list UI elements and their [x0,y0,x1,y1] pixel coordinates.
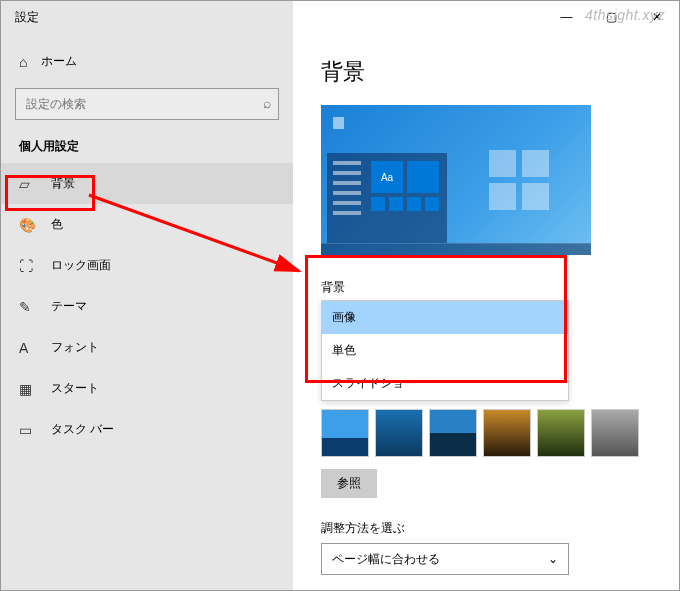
browse-button[interactable]: 参照 [321,469,377,498]
home-icon: ⌂ [19,54,27,70]
page-title: 背景 [321,57,651,87]
themes-icon: ✎ [19,299,35,315]
chevron-down-icon: ⌄ [548,552,558,566]
sidebar-item-lockscreen[interactable]: ⛶ ロック画面 [1,245,293,286]
sidebar-item-label: フォント [51,339,99,356]
thumbnail[interactable] [429,409,477,457]
sidebar-item-themes[interactable]: ✎ テーマ [1,286,293,327]
section-label: 個人用設定 [1,134,293,163]
sidebar-item-colors[interactable]: 🎨 色 [1,204,293,245]
preview-tile-aa: Aa [371,161,403,193]
sidebar-item-label: スタート [51,380,99,397]
sidebar-item-background[interactable]: ▱ 背景 [1,163,293,204]
sidebar-item-label: 背景 [51,175,75,192]
fit-dropdown-value: ページ幅に合わせる [332,551,440,568]
home-link[interactable]: ⌂ ホーム [1,45,293,78]
taskbar-icon: ▭ [19,422,35,438]
image-icon: ▱ [19,176,35,192]
palette-icon: 🎨 [19,217,35,233]
sidebar-item-label: タスク バー [51,421,114,438]
search-icon: ⌕ [263,95,271,111]
font-icon: A [19,340,35,356]
dropdown-option-solid[interactable]: 単色 [322,334,568,367]
background-dropdown[interactable]: 画像 単色 スライドショー [321,300,569,401]
sidebar-item-taskbar[interactable]: ▭ タスク バー [1,409,293,450]
home-label: ホーム [41,53,77,70]
sidebar-item-label: テーマ [51,298,87,315]
sidebar-item-label: ロック画面 [51,257,111,274]
search-input[interactable] [15,88,279,120]
main-content: 背景 Aa 背景 画像 単色 スライドショー [293,1,679,590]
dropdown-option-slideshow[interactable]: スライドショー [322,367,568,400]
sidebar-item-start[interactable]: ▦ スタート [1,368,293,409]
background-thumbnails [321,409,651,457]
thumbnail[interactable] [375,409,423,457]
watermark-text: 4thsight.xyz [585,7,665,23]
start-icon: ▦ [19,381,35,397]
thumbnail[interactable] [537,409,585,457]
background-preview: Aa [321,105,591,255]
thumbnail[interactable] [591,409,639,457]
sidebar-item-label: 色 [51,216,63,233]
thumbnail[interactable] [483,409,531,457]
window-title: 設定 [15,9,39,26]
sidebar-item-fonts[interactable]: A フォント [1,327,293,368]
thumbnail[interactable] [321,409,369,457]
background-dropdown-label: 背景 [321,279,651,296]
lock-icon: ⛶ [19,258,35,274]
fit-dropdown[interactable]: ページ幅に合わせる ⌄ [321,543,569,575]
minimize-button[interactable]: ― [544,1,589,33]
dropdown-option-image[interactable]: 画像 [322,301,568,334]
fit-label: 調整方法を選ぶ [321,520,651,537]
sidebar: ⌂ ホーム ⌕ 個人用設定 ▱ 背景 🎨 色 ⛶ ロック画面 ✎ テーマ A フ… [1,1,293,590]
